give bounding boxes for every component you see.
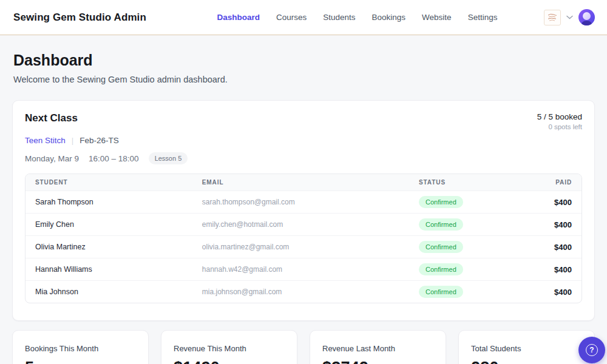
nav-courses[interactable]: Courses [276, 13, 307, 22]
stat-value: $1490 [174, 359, 285, 364]
next-class-title: Next Class [25, 112, 78, 124]
nav-dashboard[interactable]: Dashboard [217, 13, 260, 22]
stat-label: Bookings This Month [25, 344, 136, 353]
status-badge: Confirmed [419, 286, 463, 298]
booked-count: 5 / 5 booked [537, 112, 582, 121]
student-email: sarah.thompson@gmail.com [192, 191, 409, 214]
table-row: Hannah Williams hannah.w42@gmail.com Con… [25, 258, 582, 281]
student-name: Mia Johnson [25, 281, 192, 303]
col-header-email: Email [192, 174, 409, 191]
students-table: Student Email Status Paid Sarah Thompson… [25, 174, 582, 303]
paid-amount: $400 [532, 236, 582, 258]
top-nav: Sewing Gem Studio Admin Dashboard Course… [0, 0, 607, 35]
paid-amount: $400 [532, 258, 582, 281]
col-header-status: Status [409, 174, 532, 191]
table-row: Mia Johnson mia.johnson@gmail.com Confir… [25, 281, 582, 303]
help-button[interactable]: ? [578, 337, 605, 363]
avatar-head-shape [583, 12, 591, 20]
paid-amount: $400 [532, 281, 582, 303]
nav-settings[interactable]: Settings [468, 13, 498, 22]
question-mark-icon: ? [586, 344, 598, 356]
paid-amount: $400 [532, 191, 582, 214]
page-title: Dashboard [12, 35, 595, 69]
student-name: Hannah Williams [25, 258, 192, 281]
class-code: Feb-26-TS [80, 136, 119, 145]
meta-separator: | [72, 136, 73, 145]
stat-value: $3742 [322, 359, 433, 364]
main-nav: Dashboard Courses Students Bookings Webs… [171, 13, 544, 22]
user-avatar[interactable] [578, 9, 595, 25]
stat-card-bookings: Bookings This Month 5 [12, 330, 149, 364]
logo-scribble-icon [546, 12, 558, 23]
status-badge: Confirmed [419, 263, 463, 275]
stat-value: 5 [25, 359, 136, 364]
stat-card-revenue-last-month: Revenue Last Month $3742 [310, 330, 446, 364]
paid-amount: $400 [532, 214, 582, 236]
class-time: 16:00 – 18:00 [89, 154, 139, 163]
status-badge: Confirmed [419, 218, 463, 231]
table-row: Sarah Thompson sarah.thompson@gmail.com … [25, 191, 582, 214]
table-header-row: Student Email Status Paid [25, 174, 582, 191]
chevron-down-icon[interactable] [566, 15, 573, 19]
stat-label: Revenue Last Month [322, 344, 433, 353]
stat-label: Total Students [471, 344, 582, 353]
nav-bookings[interactable]: Bookings [372, 13, 406, 22]
col-header-paid: Paid [532, 174, 582, 191]
student-email: emily.chen@hotmail.com [192, 214, 409, 236]
next-class-card: Next Class 5 / 5 booked 0 spots left Tee… [12, 100, 595, 321]
class-date: Monday, Mar 9 [25, 154, 79, 163]
studio-logo-thumbnail[interactable] [544, 10, 561, 25]
col-header-student: Student [25, 174, 192, 191]
avatar-shoulders-shape [582, 21, 592, 25]
student-name: Sarah Thompson [25, 191, 192, 214]
nav-students[interactable]: Students [323, 13, 355, 22]
main-content: Dashboard Welcome to the Sewing Gem Stud… [0, 35, 607, 364]
course-link[interactable]: Teen Stitch [25, 136, 66, 145]
stats-row: Bookings This Month 5 Revenue This Month… [12, 330, 595, 364]
lesson-badge: Lesson 5 [149, 152, 188, 164]
nav-right-group [544, 9, 595, 25]
status-badge: Confirmed [419, 241, 463, 253]
student-email: olivia.martinez@gmail.com [192, 236, 409, 258]
table-row: Emily Chen emily.chen@hotmail.com Confir… [25, 214, 582, 236]
table-row: Olivia Martinez olivia.martinez@gmail.co… [25, 236, 582, 258]
student-email: mia.johnson@gmail.com [192, 281, 409, 303]
nav-website[interactable]: Website [422, 13, 452, 22]
page-subtitle: Welcome to the Sewing Gem Studio admin d… [12, 69, 595, 84]
stat-value: 280 [471, 359, 582, 364]
status-badge: Confirmed [419, 196, 463, 208]
spots-left: 0 spots left [537, 123, 582, 130]
stat-card-total-students: Total Students 280 [458, 330, 595, 364]
student-email: hannah.w42@gmail.com [192, 258, 409, 281]
brand-title: Sewing Gem Studio Admin [13, 12, 146, 24]
stat-label: Revenue This Month [174, 344, 285, 353]
student-name: Olivia Martinez [25, 236, 192, 258]
student-name: Emily Chen [25, 214, 192, 236]
stat-card-revenue-this-month: Revenue This Month $1490 [161, 330, 297, 364]
